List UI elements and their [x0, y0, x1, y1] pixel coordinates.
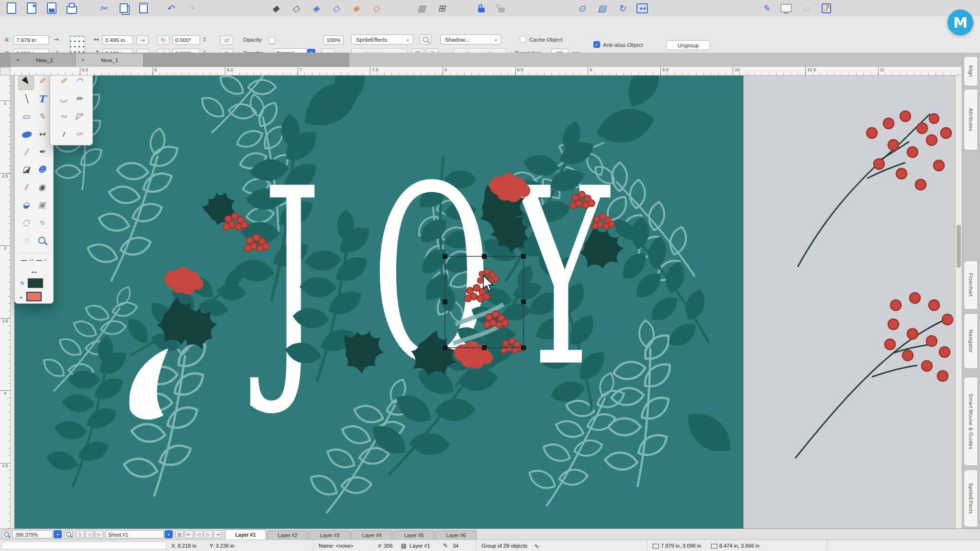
x-field[interactable]: 7.979 in [13, 35, 49, 44]
arrowheads-selector[interactable]: ↔ [15, 265, 53, 276]
redo-icon[interactable]: ↷ [183, 1, 198, 15]
snap-to-grid-icon[interactable]: ⊞ [434, 1, 449, 15]
document-inspector-icon[interactable]: ▤ [594, 1, 610, 15]
save-document-icon[interactable] [44, 1, 59, 15]
shadow-button[interactable]: Shadow...› [440, 34, 501, 44]
fisheye-lens-tool[interactable]: ◉ [34, 178, 50, 196]
previous-page-button[interactable]: ◁ [85, 530, 94, 539]
panel-tab[interactable]: Navigator [964, 313, 977, 369]
close-tab-icon[interactable]: × [81, 57, 85, 64]
reshape-tool[interactable]: ∾ [56, 108, 71, 125]
zoom-dropdown-button[interactable]: ▼ [54, 530, 62, 539]
freehand-tool[interactable]: ✎ [34, 108, 50, 125]
group-icon[interactable]: ◈ [348, 1, 364, 15]
lasso-tool[interactable]: ◌ [18, 214, 34, 231]
send-backward-icon[interactable]: ◇ [328, 1, 344, 15]
bring-to-front-icon[interactable]: ◆ [268, 1, 283, 15]
connector-tool[interactable]: ≀ [56, 125, 71, 143]
spriteeffects-button[interactable]: SpriteEffects› [351, 34, 413, 44]
unlock-icon[interactable] [494, 1, 509, 15]
bucket-fill-tool[interactable]: ◒ [18, 196, 34, 214]
new-page-button[interactable]: ▯ [76, 530, 84, 539]
stroke-style-selector[interactable]: — ·· — · [15, 254, 53, 265]
ungroup-icon[interactable]: ◇ [368, 1, 384, 15]
fill-color-swatch[interactable] [26, 292, 42, 301]
object-inspector-icon[interactable]: ⊙ [574, 1, 590, 15]
pencil-tool[interactable]: ✏ [71, 90, 87, 108]
knife-tool[interactable]: ∕ [18, 143, 34, 161]
next-layer-button[interactable]: ▷ [204, 530, 212, 539]
paintbrush-tool[interactable]: ✐ [34, 76, 50, 90]
layer-tab[interactable]: Layer #6 [435, 530, 477, 540]
panel-tab[interactable]: Smart Mouse & Guides [964, 377, 977, 466]
panel-tab[interactable]: SpriteEffects [964, 470, 977, 527]
vertical-scroll-thumb[interactable] [957, 225, 961, 268]
layer-tab[interactable]: Layer #3 [309, 530, 350, 540]
cut-icon[interactable]: ✂ [96, 1, 111, 15]
transform-origin-selector[interactable] [70, 36, 85, 54]
feather-pen-tool[interactable]: ℓ [18, 178, 34, 196]
sheet-select-field[interactable]: Sheet #1 [105, 530, 164, 539]
bring-forward-icon[interactable]: ◈ [308, 1, 323, 15]
rotation-icon-button[interactable]: ↻ [157, 35, 169, 45]
export-disabled-icon[interactable]: ▱ [799, 1, 814, 15]
variable-stroke-tool[interactable]: ✐ [56, 76, 71, 90]
extract-path-tool[interactable]: ◸ [71, 108, 87, 125]
preview-monitor-icon[interactable] [779, 1, 794, 15]
zoom-tool[interactable] [34, 231, 50, 249]
trace-tool[interactable]: ∿ [34, 214, 50, 231]
tools-palette[interactable]: ✐╲T▭✎●↔∕✒◪☻ℓ◉◒▣◌∿☝ — ·· — · ↔ ✎ ◒ [14, 76, 54, 304]
document-tab-2[interactable]: × New_1 [76, 54, 144, 67]
ungroup-button[interactable]: Ungroup [666, 40, 710, 50]
secondary-tools-palette[interactable]: ✐◠◡✏∾◸≀✑ [50, 76, 93, 145]
opacity-value-field[interactable]: 100% [323, 35, 344, 44]
previous-layer-button[interactable]: ◁ [194, 530, 203, 539]
canvas[interactable]: J O Y [11, 76, 955, 529]
new-document-icon[interactable] [4, 1, 19, 15]
lock-icon[interactable] [474, 1, 489, 15]
zoom-tool-button[interactable] [64, 530, 73, 539]
bezigon-tool[interactable]: ◡ [56, 90, 71, 108]
zoom-level-field[interactable]: 396.379% [12, 530, 53, 539]
ellipse-tool[interactable]: ● [18, 125, 34, 143]
rotation-field[interactable]: 0.000° [172, 35, 200, 44]
calligraphic-pen-tool[interactable]: ✑ [71, 125, 87, 143]
spriteeffects-edit-button[interactable] [419, 34, 432, 44]
reflect-button[interactable]: ⇄ [220, 35, 234, 45]
print-icon[interactable] [64, 1, 79, 15]
joy-lettering[interactable]: J O Y [249, 134, 611, 420]
arc-tool[interactable]: ◠ [71, 76, 87, 90]
paste-icon[interactable] [136, 1, 151, 15]
copy-icon[interactable] [116, 1, 131, 15]
next-page-button[interactable]: ▷ [95, 530, 103, 539]
styles-pen-icon[interactable]: ✎ [758, 1, 774, 15]
image-capture-tool[interactable]: ▣ [34, 196, 50, 214]
panel-tab[interactable]: Flowchart [964, 261, 977, 309]
pages-icon[interactable]: ▥ [175, 530, 184, 539]
panel-tab[interactable]: Align [964, 56, 977, 86]
cache-object-checkbox[interactable] [520, 36, 526, 43]
hand-tool[interactable]: ☝ [18, 231, 34, 249]
transform-inspector-icon[interactable]: ↻ [614, 1, 630, 15]
eyedropper-tool[interactable]: ✒ [34, 143, 50, 161]
pointer-tool[interactable] [18, 76, 34, 90]
antialias-checkbox[interactable] [593, 41, 600, 48]
layer-tab[interactable]: Layer #2 [267, 530, 308, 540]
vertical-scrollbar[interactable] [955, 76, 962, 529]
document-tab-1[interactable]: × New_1 [11, 54, 76, 67]
layer-tab[interactable]: Layer #5 [393, 530, 434, 540]
ghost-tool[interactable]: ☻ [34, 161, 50, 178]
layer-tab[interactable]: Layer #1 [225, 529, 266, 540]
first-layer-button[interactable]: ⇤ [185, 530, 193, 539]
rectangle-tool[interactable]: ▭ [18, 108, 34, 125]
stroke-color-swatch[interactable] [28, 278, 43, 288]
layer-tab[interactable]: Layer #4 [351, 530, 392, 540]
send-to-back-icon[interactable]: ◇ [288, 1, 303, 15]
zoom-indicator-icon[interactable] [2, 530, 11, 539]
line-tool[interactable]: ╲ [18, 90, 34, 108]
dimension-tool[interactable]: ↔ [34, 125, 50, 143]
measure-inspector-icon[interactable]: ↔ [635, 1, 650, 15]
help-icon[interactable]: ? [819, 1, 834, 15]
panel-tab[interactable]: Attributes [964, 89, 977, 150]
rotation-stepper[interactable]: ▲▼ [203, 36, 206, 42]
